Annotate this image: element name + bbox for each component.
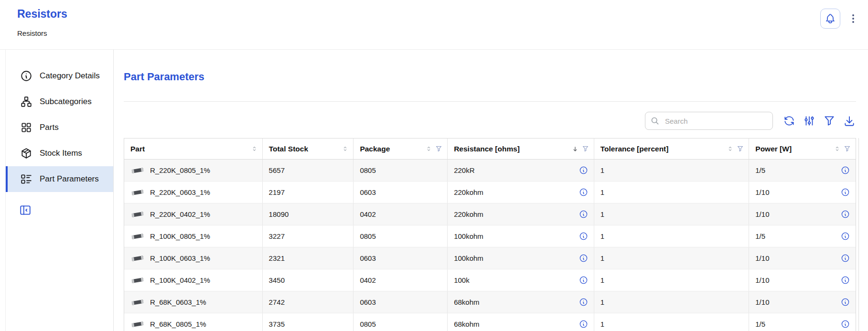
info-icon-button[interactable] [579, 276, 588, 285]
info-icon-button[interactable] [579, 254, 588, 263]
column-header-package[interactable]: Package [354, 139, 448, 159]
info-icon-button[interactable] [841, 188, 850, 197]
table-row[interactable]: R_220K_0805_1%56570805220kR11/5 [124, 160, 856, 182]
cell-value: R_100K_0603_1% [150, 254, 210, 262]
part-thumbnail [130, 233, 145, 240]
cell-value: 3227 [269, 232, 285, 240]
refresh-button[interactable] [782, 114, 796, 128]
column-header-power[interactable]: Power [W] [749, 139, 856, 159]
cell-power: 1/5 [749, 225, 856, 247]
notifications-button[interactable] [820, 9, 840, 29]
cell-value: 0805 [360, 320, 375, 328]
info-icon-button[interactable] [579, 232, 588, 241]
table-row[interactable]: R_220K_0603_1%21970603220kohm11/10 [124, 182, 856, 203]
cell-value: 0402 [360, 276, 375, 284]
info-icon-button[interactable] [579, 320, 588, 329]
cell-value: 1 [600, 276, 604, 284]
table-scrollbar-track[interactable] [858, 138, 859, 331]
page-title: Resistors [17, 8, 868, 21]
cell-value: 220kohm [454, 210, 483, 218]
sidebar-item-parts[interactable]: Parts [6, 115, 113, 140]
column-label: Resistance [ohms] [454, 145, 520, 153]
column-header-tolerance[interactable]: Tolerance [percent] [594, 139, 750, 159]
cell-part: R_220K_0805_1% [124, 160, 263, 181]
column-label: Power [W] [755, 145, 792, 153]
filter-button[interactable] [823, 114, 836, 128]
cell-package: 0402 [354, 269, 448, 291]
cell-part: R_100K_0402_1% [124, 269, 263, 291]
cell-tolerance: 1 [594, 269, 750, 291]
cell-value: 2321 [269, 254, 285, 262]
cell-resistance: 220kohm [448, 182, 594, 203]
info-icon-button[interactable] [841, 210, 850, 219]
cell-value: 0603 [360, 254, 375, 262]
column-filter-icon[interactable] [582, 145, 589, 152]
sidebar-item-stock-items[interactable]: Stock Items [6, 140, 113, 166]
cell-resistance: 220kohm [448, 203, 594, 225]
download-button[interactable] [843, 114, 856, 128]
cell-value: R_100K_0402_1% [150, 276, 210, 284]
table-row[interactable]: R_68K_0603_1%2742060368kohm11/10 [124, 291, 856, 313]
sidebar-item-label: Category Details [40, 71, 100, 81]
column-filter-icon[interactable] [844, 145, 851, 152]
cell-value: 1/10 [755, 298, 769, 306]
info-icon-button[interactable] [841, 232, 850, 241]
column-filter-icon[interactable] [435, 145, 442, 152]
search-icon [650, 116, 660, 126]
cell-resistance: 100kohm [448, 247, 594, 269]
overflow-menu-button[interactable] [845, 9, 861, 29]
info-icon-button[interactable] [579, 298, 588, 307]
info-icon-button[interactable] [841, 276, 850, 285]
info-icon-button[interactable] [579, 210, 588, 219]
column-header-resistance[interactable]: Resistance [ohms] [448, 139, 594, 159]
table-body: R_220K_0805_1%56570805220kR11/5R_220K_06… [124, 160, 856, 331]
column-header-part[interactable]: Part [124, 139, 263, 159]
table-header-row: PartTotal StockPackageResistance [ohms]T… [124, 139, 856, 160]
cell-resistance: 220kR [448, 160, 594, 181]
info-icon-button[interactable] [841, 298, 850, 307]
part-thumbnail [130, 189, 145, 196]
cell-value: 1/10 [755, 254, 769, 262]
sort-icon[interactable] [342, 146, 348, 152]
table-row[interactable]: R_100K_0402_1%34500402100k11/10 [124, 269, 856, 291]
sidebar-item-category-details[interactable]: Category Details [6, 63, 113, 89]
info-icon-button[interactable] [841, 320, 850, 329]
adjustments-button[interactable] [803, 114, 816, 128]
cell-value: 68kohm [454, 298, 479, 306]
breadcrumb[interactable]: Resistors [17, 29, 47, 37]
column-header-total_stock[interactable]: Total Stock [263, 139, 354, 159]
info-icon-button[interactable] [841, 254, 850, 263]
cell-power: 1/10 [749, 203, 856, 225]
sidebar-item-subcategories[interactable]: Subcategories [6, 89, 113, 115]
search-input[interactable] [664, 117, 768, 126]
sidebar-item-part-parameters[interactable]: Part Parameters [6, 166, 113, 192]
cell-value: 3450 [269, 276, 285, 284]
page-header: Resistors Resistors [0, 0, 868, 50]
table-row[interactable]: R_100K_0603_1%23210603100kohm11/10 [124, 247, 856, 269]
cell-resistance: 68kohm [448, 313, 594, 331]
cell-value: 1 [600, 210, 604, 218]
table-row[interactable]: R_220K_0402_1%180900402220kohm11/10 [124, 203, 856, 225]
sort-icon[interactable] [834, 146, 840, 152]
cell-total_stock: 2742 [263, 291, 354, 313]
info-icon-button[interactable] [579, 166, 588, 175]
cell-value: 5657 [269, 166, 285, 174]
table-row[interactable]: R_68K_0805_1%3735080568kohm11/5 [124, 313, 856, 331]
collapse-sidebar-button[interactable] [19, 203, 32, 217]
cell-power: 1/10 [749, 247, 856, 269]
cell-package: 0805 [354, 313, 448, 331]
cell-value: R_68K_0603_1% [150, 298, 206, 306]
search-box[interactable] [645, 112, 773, 130]
sort-icon[interactable] [426, 146, 432, 152]
sort-descending-icon[interactable] [572, 146, 579, 152]
cell-total_stock: 2197 [263, 182, 354, 203]
sort-icon[interactable] [251, 146, 257, 152]
cell-tolerance: 1 [594, 225, 750, 247]
info-icon-button[interactable] [579, 188, 588, 197]
column-filter-icon[interactable] [737, 145, 744, 152]
main-content: Part Parameters [114, 50, 868, 331]
cell-total_stock: 5657 [263, 160, 354, 181]
info-icon-button[interactable] [841, 166, 850, 175]
sort-icon[interactable] [727, 146, 733, 152]
table-row[interactable]: R_100K_0805_1%32270805100kohm11/5 [124, 225, 856, 247]
